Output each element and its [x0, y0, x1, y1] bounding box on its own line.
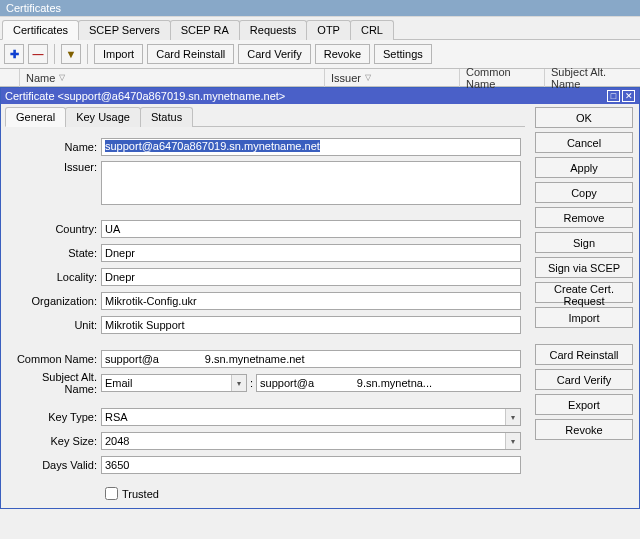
key-type-select[interactable] [101, 408, 521, 426]
copy-button[interactable]: Copy [535, 182, 633, 203]
revoke-button[interactable]: Revoke [535, 419, 633, 440]
state-label: State: [9, 247, 101, 259]
col-common-name[interactable]: Common Name [460, 69, 545, 87]
col-marker[interactable] [0, 69, 20, 87]
state-input[interactable] [101, 244, 521, 262]
certificate-dialog: Certificate <support@a6470a867019.sn.myn… [0, 87, 640, 509]
issuer-label: Issuer: [9, 161, 101, 173]
san-type-select[interactable] [101, 374, 247, 392]
ok-button[interactable]: OK [535, 107, 633, 128]
general-form: Name: support@a6470a867019.sn.mynetname.… [5, 127, 525, 504]
toolbar-card-verify-button[interactable]: Card Verify [238, 44, 310, 64]
minimize-icon: □ [611, 92, 616, 101]
key-size-label: Key Size: [9, 435, 101, 447]
organization-label: Organization: [9, 295, 101, 307]
sign-button[interactable]: Sign [535, 232, 633, 253]
main-tabs: Certificates SCEP Servers SCEP RA Reques… [0, 17, 640, 40]
add-button[interactable]: ✚ [4, 44, 24, 64]
dropdown-icon[interactable]: ▾ [231, 375, 246, 391]
remove-button[interactable]: — [28, 44, 48, 64]
san-value-input[interactable] [256, 374, 521, 392]
tab-scep-servers[interactable]: SCEP Servers [78, 20, 171, 40]
country-label: Country: [9, 223, 101, 235]
country-input[interactable] [101, 220, 521, 238]
toolbar-card-reinstall-button[interactable]: Card Reinstall [147, 44, 234, 64]
san-label: Subject Alt. Name: [9, 371, 101, 395]
sign-via-scep-button[interactable]: Sign via SCEP [535, 257, 633, 278]
dropdown-icon[interactable]: ▾ [505, 433, 520, 449]
tab-status[interactable]: Status [140, 107, 193, 127]
tab-certificates[interactable]: Certificates [2, 20, 79, 40]
tab-otp[interactable]: OTP [306, 20, 351, 40]
common-name-label: Common Name: [9, 353, 101, 365]
close-button[interactable]: ✕ [622, 90, 635, 102]
funnel-icon: ▼ [66, 48, 77, 60]
outer-window-title: Certificates [0, 0, 640, 16]
col-san[interactable]: Subject Alt. Name [545, 69, 640, 87]
dialog-tabs: General Key Usage Status [5, 107, 525, 127]
plus-icon: ✚ [10, 48, 19, 61]
close-icon: ✕ [625, 92, 633, 101]
tab-general[interactable]: General [5, 107, 66, 127]
create-cert-request-button[interactable]: Create Cert. Request [535, 282, 633, 303]
key-size-select[interactable] [101, 432, 521, 450]
toolbar-revoke-button[interactable]: Revoke [315, 44, 370, 64]
tab-key-usage[interactable]: Key Usage [65, 107, 141, 127]
dialog-titlebar[interactable]: Certificate <support@a6470a867019.sn.myn… [1, 88, 639, 104]
toolbar: ✚ — ▼ Import Card Reinstall Card Verify … [0, 40, 640, 69]
days-valid-input[interactable] [101, 456, 521, 474]
days-valid-label: Days Valid: [9, 459, 101, 471]
filter-button[interactable]: ▼ [61, 44, 81, 64]
locality-label: Locality: [9, 271, 101, 283]
organization-input[interactable] [101, 292, 521, 310]
dialog-title-text: Certificate <support@a6470a867019.sn.myn… [5, 90, 605, 102]
tab-scep-ra[interactable]: SCEP RA [170, 20, 240, 40]
toolbar-import-button[interactable]: Import [94, 44, 143, 64]
apply-button[interactable]: Apply [535, 157, 633, 178]
trusted-checkbox[interactable] [105, 487, 118, 500]
cancel-button[interactable]: Cancel [535, 132, 633, 153]
col-name[interactable]: Name [20, 69, 325, 87]
minimize-button[interactable]: □ [607, 90, 620, 102]
export-button[interactable]: Export [535, 394, 633, 415]
dropdown-icon[interactable]: ▾ [505, 409, 520, 425]
remove-button[interactable]: Remove [535, 207, 633, 228]
col-issuer[interactable]: Issuer [325, 69, 460, 87]
minus-icon: — [33, 48, 44, 60]
list-header: Name Issuer Common Name Subject Alt. Nam… [0, 69, 640, 87]
issuer-textarea[interactable] [101, 161, 521, 205]
name-label: Name: [9, 141, 101, 153]
unit-input[interactable] [101, 316, 521, 334]
common-name-input[interactable] [101, 350, 521, 368]
card-reinstall-button[interactable]: Card Reinstall [535, 344, 633, 365]
locality-input[interactable] [101, 268, 521, 286]
key-type-label: Key Type: [9, 411, 101, 423]
unit-label: Unit: [9, 319, 101, 331]
trusted-label: Trusted [122, 488, 159, 500]
tab-crl[interactable]: CRL [350, 20, 394, 40]
dialog-button-column: OK Cancel Apply Copy Remove Sign Sign vi… [529, 104, 639, 508]
name-input[interactable]: support@a6470a867019.sn.mynetname.net [101, 138, 521, 156]
tab-requests[interactable]: Requests [239, 20, 307, 40]
import-button[interactable]: Import [535, 307, 633, 328]
card-verify-button[interactable]: Card Verify [535, 369, 633, 390]
name-input-value: support@a6470a867019.sn.mynetname.net [105, 140, 320, 152]
toolbar-separator [87, 44, 88, 64]
toolbar-settings-button[interactable]: Settings [374, 44, 432, 64]
toolbar-separator [54, 44, 55, 64]
san-colon: : [250, 374, 253, 392]
